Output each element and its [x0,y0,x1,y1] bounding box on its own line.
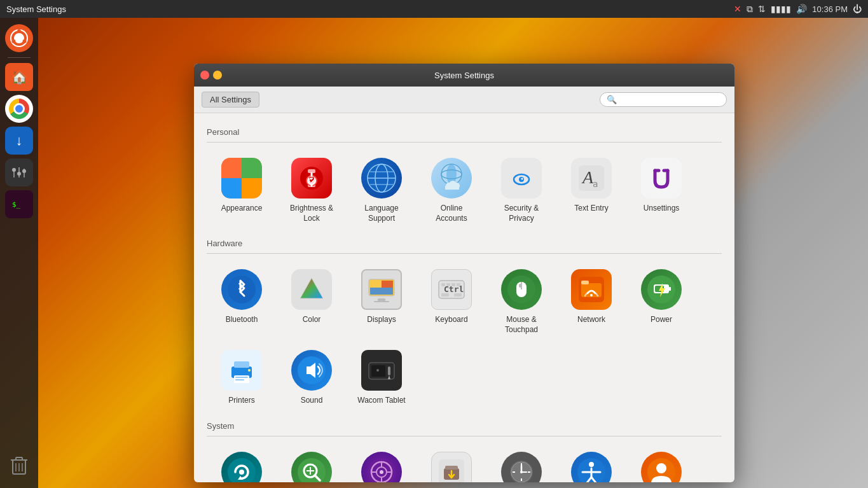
svg-point-6 [12,168,16,172]
settings-item-mouse[interactable]: Mouse &Touchpad [486,261,556,342]
settings-item-keyboard[interactable]: Ctrl Keyboard [417,261,486,342]
details-icon [291,452,332,482]
displays-icon [361,269,402,310]
svg-point-130 [656,463,666,473]
unsettings-icon [641,158,682,199]
settings-item-network[interactable]: Network [556,261,626,342]
language-label: LanguageSupport [364,204,398,223]
settings-item-universal[interactable]: UniversalAccess [556,444,626,482]
system-section: System [207,421,722,482]
svg-point-76 [590,294,593,296]
svg-rect-59 [374,301,389,302]
power-icon[interactable]: ⏻ [853,4,862,14]
settings-item-time[interactable]: Time & Date [486,444,556,482]
settings-item-bluetooth[interactable]: Bluetooth [207,261,277,342]
launcher-item-home[interactable]: 🏠 [5,63,33,91]
svg-rect-63 [446,283,450,286]
hardware-section-title: Hardware [207,239,722,248]
launcher-item-downloader[interactable]: ↓ [5,127,33,155]
window-minimize-button[interactable] [213,71,222,80]
hardware-grid: Bluetooth [207,261,722,414]
settings-item-text[interactable]: A a Text Entry [556,150,626,231]
launcher-item-ubuntu[interactable] [5,24,33,52]
sound-label: Sound [301,396,323,406]
launcher-item-chrome[interactable] [5,95,33,123]
network-icon[interactable]: ⇅ [758,4,766,14]
svg-rect-64 [451,283,455,286]
launcher-item-mixer[interactable] [5,158,33,186]
brightness-label: Brightness &Lock [290,204,333,223]
sound-icon [291,350,332,391]
displays-svg [366,274,397,305]
sound-icon[interactable]: 🔊 [796,4,807,14]
svg-text:a: a [593,179,598,189]
settings-item-wacom[interactable]: Wacom Tablet [347,342,417,414]
personal-divider [207,142,722,143]
window-icon[interactable]: ⧉ [747,4,753,15]
bluetooth-svg [226,274,257,305]
time-svg [506,457,537,482]
mixer-icon [10,164,28,181]
settings-item-details[interactable]: Details [277,444,347,482]
settings-item-appearance[interactable]: Appearance [207,150,277,231]
window-title: System Settings [434,71,494,80]
settings-item-user[interactable]: User Accounts [626,444,696,482]
topbar: System Settings ✕ ⧉ ⇅ ▮▮▮▮ 🔊 10:36 PM ⏻ [0,0,868,18]
printers-svg [226,355,257,386]
svg-rect-65 [457,283,460,286]
settings-window: System Settings All Settings 🔍 Personal [194,64,734,482]
svg-rect-55 [370,281,382,288]
svg-point-4 [23,39,27,43]
settings-item-online[interactable]: OnlineAccounts [417,150,486,231]
network-svg [576,274,607,305]
desktop: System Settings ✕ ⧉ ⇅ ▮▮▮▮ 🔊 10:36 PM ⏻ [0,0,868,488]
security-icon [501,158,542,199]
svg-point-3 [12,39,16,43]
network-label: Network [577,315,605,325]
backups-svg [226,457,257,482]
color-icon [291,269,332,310]
settings-item-backups[interactable]: Backups [207,444,277,482]
settings-item-printers[interactable]: Printers [207,342,277,414]
launcher-divider [8,57,31,58]
svg-rect-67 [454,293,462,296]
search-input[interactable] [619,95,720,104]
close-icon[interactable]: ✕ [734,4,741,14]
settings-item-color[interactable]: Color [277,261,347,342]
trash-icon [9,454,29,477]
text-icon: A a [571,158,612,199]
personal-grid: Appearance [207,150,722,231]
search-box[interactable]: 🔍 [600,92,727,107]
mouse-svg [506,274,537,305]
settings-item-software[interactable]: Software &Updates [417,444,486,482]
online-svg [436,163,467,193]
svg-rect-57 [370,288,393,295]
settings-item-unsettings[interactable]: Unsettings [626,150,696,231]
settings-item-sound[interactable]: Sound [277,342,347,414]
launcher-item-trash[interactable] [5,451,33,479]
settings-item-landscape[interactable]: LandscapeService [347,444,417,482]
wacom-svg [366,355,397,386]
svg-point-96 [239,470,244,475]
color-label: Color [303,315,321,325]
svg-rect-84 [235,377,248,378]
svg-marker-51 [300,278,323,298]
settings-item-security[interactable]: Security &Privacy [486,150,556,231]
settings-item-power[interactable]: Power [626,261,696,342]
svg-rect-75 [581,281,589,284]
all-settings-button[interactable]: All Settings [202,92,259,108]
clock: 10:36 PM [812,4,848,14]
svg-text:A: A [581,167,594,187]
settings-item-brightness[interactable]: Brightness &Lock [277,150,347,231]
bluetooth-label: Bluetooth [226,315,258,325]
system-divider [207,436,722,436]
personal-section: Personal Appearance [207,127,722,231]
settings-item-language[interactable]: LanguageSupport [347,150,417,231]
settings-item-displays[interactable]: Displays [347,261,417,342]
svg-rect-90 [388,366,390,375]
window-close-button[interactable] [200,71,209,80]
online-label: OnlineAccounts [436,204,467,223]
launcher-item-terminal[interactable]: $_ [5,190,33,218]
software-icon [431,452,472,482]
displays-label: Displays [367,315,396,325]
